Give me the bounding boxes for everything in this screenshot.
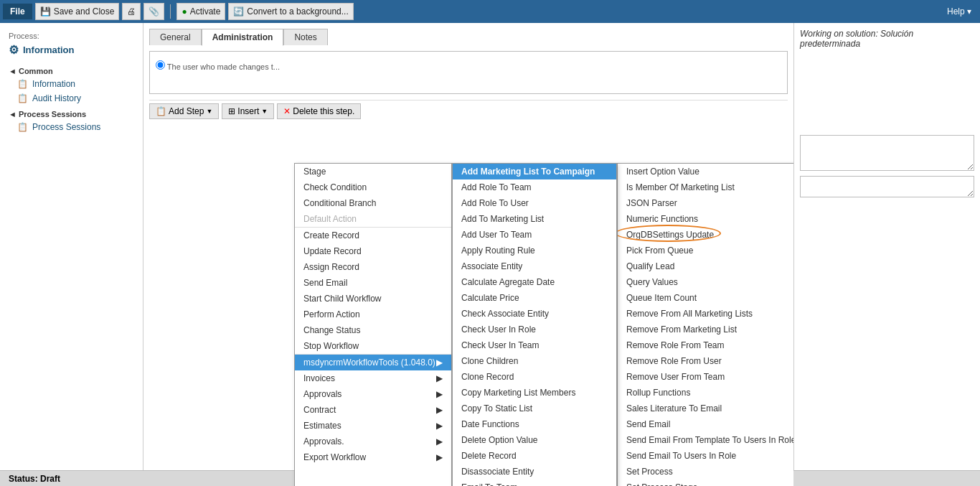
third-menu-query-values[interactable]: Query Values — [618, 274, 793, 290]
third-menu-json-parser[interactable]: JSON Parser — [618, 195, 793, 211]
process-sessions-header: ◄ Process Sessions — [0, 106, 143, 120]
third-menu-remove-marketing[interactable]: Remove From Marketing List — [618, 322, 793, 337]
menu-item-stop-workflow[interactable]: Stop Workflow — [295, 338, 451, 354]
third-menu-is-member[interactable]: Is Member Of Marketing List — [618, 179, 793, 195]
third-menu-send-email-template[interactable]: Send Email From Template To Users In Rol… — [618, 432, 793, 448]
second-menu-clone-record[interactable]: Clone Record — [453, 369, 616, 385]
menu-item-stage[interactable]: Stage — [295, 164, 451, 179]
third-menu-pick-queue[interactable]: Pick From Queue — [618, 243, 793, 258]
common-header: ◄ Common — [0, 62, 143, 77]
tabs: General Administration Notes — [149, 29, 788, 45]
menu-item-update-record[interactable]: Update Record — [295, 243, 451, 259]
third-menu-send-email[interactable]: Send Email — [618, 416, 793, 432]
menu-item-msdyncrm[interactable]: msdyncrmWorkflowTools (1.048.0) ▶ — [295, 355, 451, 370]
second-menu-add-user-team[interactable]: Add User To Team — [453, 227, 616, 243]
second-menu-associate[interactable]: Associate Entity — [453, 258, 616, 274]
save-close-button[interactable]: 💾 Save and Close — [35, 3, 120, 20]
second-menu-calculate-agregate[interactable]: Calculate Agregate Date — [453, 274, 616, 290]
third-menu-remove-role-team[interactable]: Remove Role From Team — [618, 337, 793, 353]
third-menu-insert-option[interactable]: Insert Option Value — [618, 164, 793, 179]
menu-item-approvals2[interactable]: Approvals. ▶ — [295, 434, 451, 449]
insert-icon: ⊞ — [228, 106, 235, 116]
third-menu-remove-user-team[interactable]: Remove User From Team — [618, 369, 793, 385]
radio-input[interactable] — [156, 60, 165, 70]
second-menu-copy-static[interactable]: Copy To Static List — [453, 401, 616, 416]
second-menu-apply-routing[interactable]: Apply Routing Rule — [453, 243, 616, 258]
radio-option: The user who made changes t... — [156, 57, 781, 74]
sidebar-item-audit-history[interactable]: 📋 Audit History — [0, 91, 143, 106]
menu-item-conditional-branch[interactable]: Conditional Branch — [295, 195, 451, 211]
third-menu-remove-role-user[interactable]: Remove Role From User — [618, 353, 793, 369]
menu-item-invoices[interactable]: Invoices ▶ — [295, 370, 451, 386]
second-menu-add-role-user[interactable]: Add Role To User — [453, 195, 616, 211]
menu-item-estimates[interactable]: Estimates ▶ — [295, 418, 451, 434]
menu-item-change-status[interactable]: Change Status — [295, 322, 451, 338]
menu-item-assign-record[interactable]: Assign Record — [295, 259, 451, 275]
toolbar-separator — [170, 4, 171, 19]
third-menu-send-email-users[interactable]: Send Email To Users In Role — [618, 448, 793, 464]
second-menu-delete-record[interactable]: Delete Record — [453, 448, 616, 464]
third-menu-set-process[interactable]: Set Process — [618, 464, 793, 480]
menu-item-create-record[interactable]: Create Record — [295, 228, 451, 243]
second-menu-header[interactable]: Add Marketing List To Campaign — [453, 164, 616, 179]
first-dropdown-menu: Stage Check Condition Conditional Branch… — [294, 163, 452, 486]
third-menu-qualify-lead[interactable]: Qualify Lead — [618, 258, 793, 274]
first-menu-scroll[interactable]: Stage Check Condition Conditional Branch… — [295, 164, 451, 465]
insert-button[interactable]: ⊞ Insert ▼ — [222, 103, 274, 119]
print-button[interactable]: 🖨 — [122, 3, 141, 20]
second-menu-calculate-price[interactable]: Calculate Price — [453, 290, 616, 306]
menu-item-export-workflow[interactable]: Export Workflow ▶ — [295, 449, 451, 465]
menu-item-start-child[interactable]: Start Child Workflow — [295, 291, 451, 307]
menu-item-check-condition[interactable]: Check Condition — [295, 179, 451, 195]
third-menu-numeric[interactable]: Numeric Functions — [618, 211, 793, 227]
second-menu-copy-marketing[interactable]: Copy Marketing List Members — [453, 385, 616, 401]
help-link[interactable]: Help ▾ — [941, 5, 977, 18]
menu-item-contract[interactable]: Contract ▶ — [295, 402, 451, 418]
sidebar-item-process-sessions[interactable]: 📋 Process Sessions — [0, 120, 143, 134]
right-panel-textarea2[interactable] — [800, 176, 974, 197]
second-menu-add-to-marketing[interactable]: Add To Marketing List — [453, 211, 616, 227]
second-menu-email-team[interactable]: Email To Team — [453, 480, 616, 486]
second-menu-date-functions[interactable]: Date Functions — [453, 416, 616, 432]
third-menu-sales-literature[interactable]: Sales Literature To Email — [618, 401, 793, 416]
menu-item-approvals[interactable]: Approvals ▶ — [295, 386, 451, 402]
print-icon: 🖨 — [127, 6, 136, 17]
attach-button[interactable]: 📎 — [143, 3, 164, 20]
arrow-right-icon: ▶ — [436, 358, 443, 368]
second-menu-check-user-role[interactable]: Check User In Role — [453, 322, 616, 337]
content-area: General Administration Notes The user wh… — [143, 23, 793, 486]
right-panel-textarea[interactable] — [800, 135, 974, 171]
delete-icon: ✕ — [283, 106, 291, 116]
tab-notes[interactable]: Notes — [283, 29, 327, 45]
sidebar-item-information[interactable]: 📋 Information — [0, 77, 143, 91]
file-button[interactable]: File — [3, 4, 32, 19]
third-menu-queue-item[interactable]: Queue Item Count — [618, 290, 793, 306]
second-menu-check-user-team[interactable]: Check User In Team — [453, 337, 616, 353]
second-menu-check-associate[interactable]: Check Associate Entity — [453, 306, 616, 322]
third-menu-orgdb[interactable]: OrgDBSettings Update — [618, 227, 793, 243]
menu-item-perform-action[interactable]: Perform Action — [295, 307, 451, 322]
right-panel: Working on solution: Solución predetermi… — [793, 23, 980, 486]
activate-button[interactable]: ● Activate — [176, 3, 225, 20]
sessions-icon: 📋 — [17, 122, 28, 132]
third-menu-set-process-stage[interactable]: Set Process Stage — [618, 480, 793, 486]
add-step-button[interactable]: 📋 Add Step ▼ — [149, 103, 219, 119]
process-name: ⚙ Information — [0, 42, 143, 62]
delete-step-button[interactable]: ✕ Delete this step. — [277, 103, 361, 119]
sidebar: Process: ⚙ Information ◄ Common 📋 Inform… — [0, 23, 143, 486]
arrow-right-icon3: ▶ — [436, 389, 443, 399]
second-dropdown-menu: Add Marketing List To Campaign Add Role … — [452, 163, 617, 486]
process-icon: ⚙ — [9, 43, 19, 57]
second-menu-scroll[interactable]: Add Marketing List To Campaign Add Role … — [453, 164, 616, 486]
second-menu-delete-option[interactable]: Delete Option Value — [453, 432, 616, 448]
tab-administration[interactable]: Administration — [202, 29, 284, 46]
third-menu-remove-all[interactable]: Remove From All Marketing Lists — [618, 306, 793, 322]
third-menu-rollup[interactable]: Rollup Functions — [618, 385, 793, 401]
second-menu-clone-children[interactable]: Clone Children — [453, 353, 616, 369]
right-panel-text-area — [800, 135, 974, 200]
convert-button[interactable]: 🔄 Convert to a background... — [228, 3, 353, 20]
menu-item-send-email[interactable]: Send Email — [295, 275, 451, 291]
tab-general[interactable]: General — [149, 29, 202, 45]
second-menu-disassociate[interactable]: Disassociate Entity — [453, 464, 616, 480]
second-menu-add-role-team[interactable]: Add Role To Team — [453, 179, 616, 195]
